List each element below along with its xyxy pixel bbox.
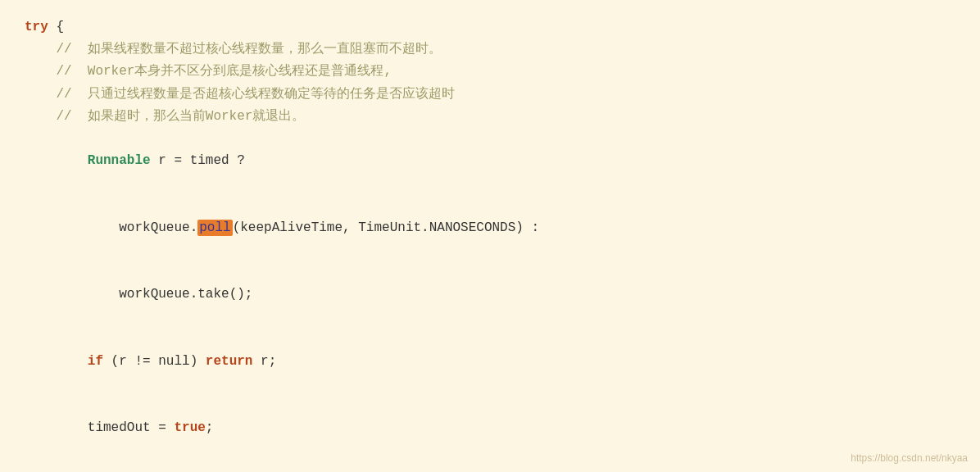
line-comment1: // 如果线程数量不超过核心线程数量，那么一直阻塞而不超时。 xyxy=(25,39,955,61)
highlight-poll: poll xyxy=(197,220,232,236)
line-workqueue-take: workQueue.take(); xyxy=(25,261,955,329)
keyword-return: return xyxy=(206,354,253,369)
bool-true: true xyxy=(174,420,205,435)
line-runnable: Runnable r = timed ? xyxy=(25,128,955,195)
line-timedout-true: timedOut = true; xyxy=(25,395,955,462)
watermark: https://blog.csdn.net/nkyaa xyxy=(851,452,968,464)
line-try: try { xyxy=(25,16,955,39)
line-comment4: // 如果超时，那么当前Worker就退出。 xyxy=(25,106,955,128)
line-comment3: // 只通过线程数量是否超核心线程数确定等待的任务是否应该超时 xyxy=(25,84,955,106)
line-comment2: // Worker本身并不区分到底是核心线程还是普通线程, xyxy=(25,61,955,83)
keyword-try: try xyxy=(25,20,48,34)
line-catch: } catch (InterruptedException retry) { xyxy=(25,462,955,472)
line-workqueue-poll: workQueue.poll(keepAliveTime, TimeUnit.N… xyxy=(25,195,955,262)
line-if-return: if (r != null) return r; xyxy=(25,329,955,396)
keyword-if: if xyxy=(88,354,103,369)
code-block: try { // 如果线程数量不超过核心线程数量，那么一直阻塞而不超时。 // … xyxy=(0,0,980,472)
